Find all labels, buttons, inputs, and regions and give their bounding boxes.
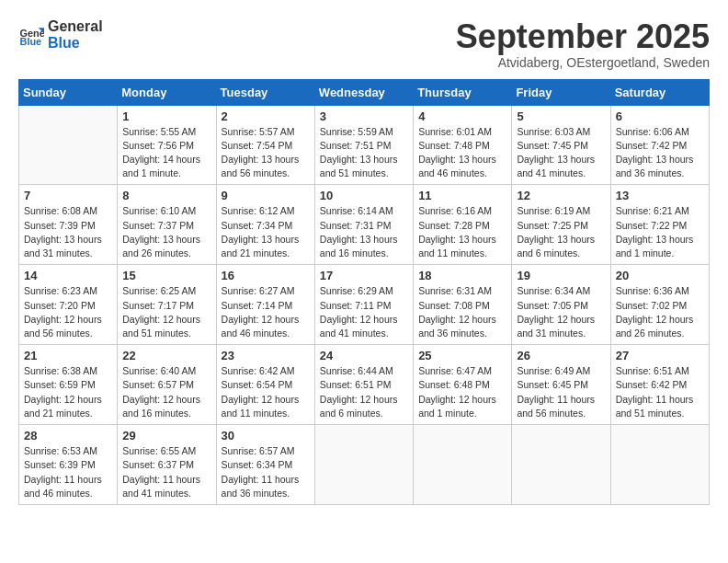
day-cell: 6 Sunrise: 6:06 AMSunset: 7:42 PMDayligh… (610, 105, 709, 185)
day-number: 26 (517, 349, 605, 362)
weekday-monday: Monday (118, 79, 216, 105)
day-info: Sunrise: 6:25 AMSunset: 7:17 PMDaylight:… (122, 284, 210, 340)
day-info: Sunrise: 6:57 AMSunset: 6:34 PMDaylight:… (222, 444, 310, 500)
day-number: 16 (222, 269, 310, 282)
day-cell: 14 Sunrise: 6:23 AMSunset: 7:20 PMDaylig… (19, 265, 118, 345)
weekday-thursday: Thursday (414, 79, 512, 105)
day-info: Sunrise: 6:34 AMSunset: 7:05 PMDaylight:… (517, 284, 605, 340)
day-info: Sunrise: 6:36 AMSunset: 7:02 PMDaylight:… (616, 284, 704, 340)
day-info: Sunrise: 6:16 AMSunset: 7:28 PMDaylight:… (418, 204, 506, 260)
day-number: 28 (24, 429, 112, 442)
day-number: 4 (418, 109, 506, 123)
day-number: 24 (320, 349, 408, 362)
day-cell: 17 Sunrise: 6:29 AMSunset: 7:11 PMDaylig… (314, 265, 413, 345)
day-number: 18 (418, 269, 506, 282)
weekday-friday: Friday (512, 79, 610, 105)
day-cell: 28 Sunrise: 6:53 AMSunset: 6:39 PMDaylig… (19, 425, 118, 505)
week-row-2: 7 Sunrise: 6:08 AMSunset: 7:39 PMDayligh… (19, 185, 710, 265)
day-number: 22 (122, 349, 210, 362)
calendar-body: 1 Sunrise: 5:55 AMSunset: 7:56 PMDayligh… (19, 105, 710, 504)
day-cell: 27 Sunrise: 6:51 AMSunset: 6:42 PMDaylig… (610, 345, 709, 425)
day-cell: 9 Sunrise: 6:12 AMSunset: 7:34 PMDayligh… (216, 185, 314, 265)
day-cell (19, 105, 118, 185)
day-cell: 22 Sunrise: 6:40 AMSunset: 6:57 PMDaylig… (118, 345, 216, 425)
day-info: Sunrise: 6:49 AMSunset: 6:45 PMDaylight:… (517, 364, 605, 420)
month-title: September 2025 (456, 18, 710, 55)
day-number: 25 (418, 349, 506, 362)
weekday-header: SundayMondayTuesdayWednesdayThursdayFrid… (19, 79, 710, 105)
day-cell: 15 Sunrise: 6:25 AMSunset: 7:17 PMDaylig… (118, 265, 216, 345)
day-info: Sunrise: 6:53 AMSunset: 6:39 PMDaylight:… (24, 444, 112, 500)
day-cell: 5 Sunrise: 6:03 AMSunset: 7:45 PMDayligh… (512, 105, 610, 185)
logo-blue: Blue (48, 35, 103, 52)
day-info: Sunrise: 5:57 AMSunset: 7:54 PMDaylight:… (222, 125, 310, 181)
day-number: 2 (222, 109, 310, 123)
day-number: 8 (122, 189, 210, 202)
day-number: 1 (122, 109, 210, 123)
day-info: Sunrise: 6:06 AMSunset: 7:42 PMDaylight:… (616, 125, 704, 181)
day-cell: 10 Sunrise: 6:14 AMSunset: 7:31 PMDaylig… (314, 185, 413, 265)
day-cell: 29 Sunrise: 6:55 AMSunset: 6:37 PMDaylig… (118, 425, 216, 505)
day-cell: 24 Sunrise: 6:44 AMSunset: 6:51 PMDaylig… (314, 345, 413, 425)
day-info: Sunrise: 6:03 AMSunset: 7:45 PMDaylight:… (517, 125, 605, 181)
day-info: Sunrise: 6:44 AMSunset: 6:51 PMDaylight:… (320, 364, 408, 420)
weekday-sunday: Sunday (19, 79, 118, 105)
day-cell: 1 Sunrise: 5:55 AMSunset: 7:56 PMDayligh… (118, 105, 216, 185)
day-cell: 13 Sunrise: 6:21 AMSunset: 7:22 PMDaylig… (610, 185, 709, 265)
logo-icon: General Blue (18, 22, 44, 48)
day-cell (512, 425, 610, 505)
day-cell: 26 Sunrise: 6:49 AMSunset: 6:45 PMDaylig… (512, 345, 610, 425)
day-cell: 23 Sunrise: 6:42 AMSunset: 6:54 PMDaylig… (216, 345, 314, 425)
location-title: Atvidaberg, OEstergoetland, Sweden (456, 55, 710, 70)
week-row-1: 1 Sunrise: 5:55 AMSunset: 7:56 PMDayligh… (19, 105, 710, 185)
day-info: Sunrise: 6:42 AMSunset: 6:54 PMDaylight:… (222, 364, 310, 420)
day-cell: 21 Sunrise: 6:38 AMSunset: 6:59 PMDaylig… (19, 345, 118, 425)
weekday-tuesday: Tuesday (216, 79, 314, 105)
day-number: 15 (122, 269, 210, 282)
day-number: 12 (517, 189, 605, 202)
weekday-saturday: Saturday (610, 79, 709, 105)
day-number: 13 (616, 189, 704, 202)
day-info: Sunrise: 6:55 AMSunset: 6:37 PMDaylight:… (122, 444, 210, 500)
week-row-3: 14 Sunrise: 6:23 AMSunset: 7:20 PMDaylig… (19, 265, 710, 345)
weekday-wednesday: Wednesday (314, 79, 413, 105)
day-info: Sunrise: 6:40 AMSunset: 6:57 PMDaylight:… (122, 364, 210, 420)
day-cell (610, 425, 709, 505)
day-number: 10 (320, 189, 408, 202)
day-info: Sunrise: 6:31 AMSunset: 7:08 PMDaylight:… (418, 284, 506, 340)
logo: General Blue General Blue (18, 18, 103, 51)
day-number: 11 (418, 189, 506, 202)
day-number: 23 (222, 349, 310, 362)
day-number: 9 (222, 189, 310, 202)
day-number: 17 (320, 269, 408, 282)
svg-text:Blue: Blue (20, 35, 42, 46)
day-info: Sunrise: 6:51 AMSunset: 6:42 PMDaylight:… (616, 364, 704, 420)
day-cell: 11 Sunrise: 6:16 AMSunset: 7:28 PMDaylig… (414, 185, 512, 265)
day-info: Sunrise: 6:01 AMSunset: 7:48 PMDaylight:… (418, 125, 506, 181)
day-info: Sunrise: 5:59 AMSunset: 7:51 PMDaylight:… (320, 125, 408, 181)
day-number: 6 (616, 109, 704, 123)
day-number: 5 (517, 109, 605, 123)
week-row-4: 21 Sunrise: 6:38 AMSunset: 6:59 PMDaylig… (19, 345, 710, 425)
day-number: 20 (616, 269, 704, 282)
calendar: SundayMondayTuesdayWednesdayThursdayFrid… (18, 79, 710, 505)
day-info: Sunrise: 6:21 AMSunset: 7:22 PMDaylight:… (616, 204, 704, 260)
day-number: 3 (320, 109, 408, 123)
day-number: 30 (222, 429, 310, 442)
day-cell: 7 Sunrise: 6:08 AMSunset: 7:39 PMDayligh… (19, 185, 118, 265)
day-info: Sunrise: 5:55 AMSunset: 7:56 PMDaylight:… (122, 125, 210, 181)
day-cell: 25 Sunrise: 6:47 AMSunset: 6:48 PMDaylig… (414, 345, 512, 425)
week-row-5: 28 Sunrise: 6:53 AMSunset: 6:39 PMDaylig… (19, 425, 710, 505)
day-cell (314, 425, 413, 505)
day-info: Sunrise: 6:23 AMSunset: 7:20 PMDaylight:… (24, 284, 112, 340)
day-info: Sunrise: 6:47 AMSunset: 6:48 PMDaylight:… (418, 364, 506, 420)
day-cell: 12 Sunrise: 6:19 AMSunset: 7:25 PMDaylig… (512, 185, 610, 265)
day-number: 27 (616, 349, 704, 362)
day-number: 7 (24, 189, 112, 202)
day-info: Sunrise: 6:14 AMSunset: 7:31 PMDaylight:… (320, 204, 408, 260)
logo-general: General (48, 18, 103, 35)
day-cell: 18 Sunrise: 6:31 AMSunset: 7:08 PMDaylig… (414, 265, 512, 345)
day-cell: 19 Sunrise: 6:34 AMSunset: 7:05 PMDaylig… (512, 265, 610, 345)
day-cell: 3 Sunrise: 5:59 AMSunset: 7:51 PMDayligh… (314, 105, 413, 185)
day-cell: 2 Sunrise: 5:57 AMSunset: 7:54 PMDayligh… (216, 105, 314, 185)
